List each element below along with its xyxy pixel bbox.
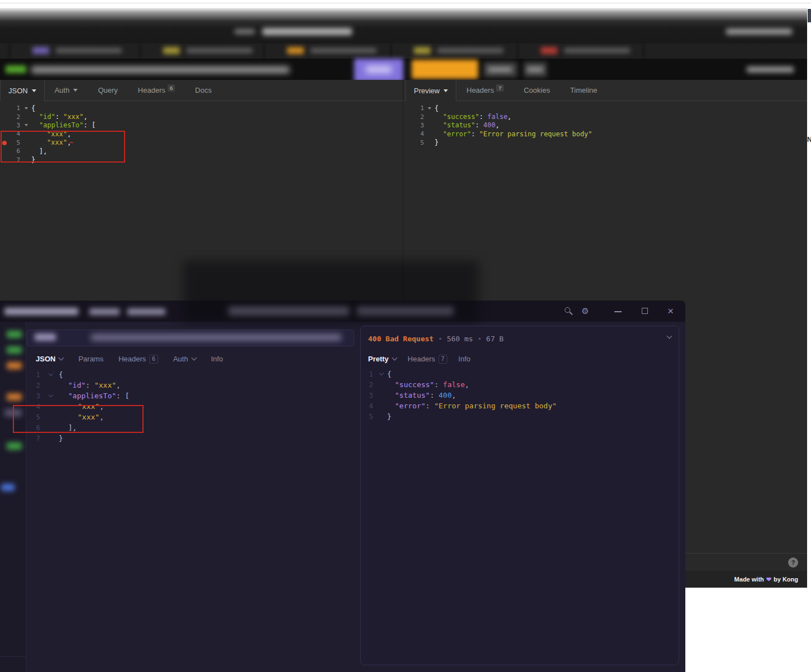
line-number: 5 (403, 139, 426, 146)
front-annotation-rectangle (13, 405, 144, 433)
tab-headers[interactable]: Headers7 (408, 355, 447, 364)
line-number: 2 (360, 380, 375, 389)
token-s: "xxx" (94, 381, 116, 389)
token-p: , (495, 121, 499, 129)
redacted-sidebar-method (1, 484, 15, 491)
tab-timeline[interactable]: Timeline (560, 80, 608, 101)
minimize-button[interactable] (614, 311, 622, 312)
redacted-overlay (183, 261, 479, 323)
redacted-orange-button[interactable] (412, 60, 478, 79)
code-line-1: 1{ (0, 104, 391, 112)
status-badge: 400 Bad Request (368, 335, 433, 343)
redacted-method-badge (541, 47, 557, 54)
fold-arrow-icon[interactable] (42, 395, 59, 397)
page-edge-tick (808, 9, 811, 22)
request-tab-bar: JSONAuthQueryHeaders6Docs (0, 80, 403, 101)
redacted-front-title-2 (89, 308, 120, 315)
tab-info[interactable]: Info (211, 355, 223, 363)
token-p: : (55, 113, 63, 121)
token-k: "success" (443, 113, 479, 121)
line-number: 1 (0, 104, 22, 112)
fold-arrow-icon[interactable] (42, 374, 59, 375)
code-line-4: 4"error": "Error parsing request body" (360, 401, 673, 411)
chevron-down-icon (443, 89, 448, 92)
tab-label: Auth (55, 86, 70, 94)
fold-arrow-icon[interactable] (22, 124, 30, 126)
code-line-7: 7} (28, 433, 352, 444)
token-p: : (85, 381, 94, 389)
code-line-2: 2"id": "xxx", (28, 380, 352, 390)
chevron-down-icon (392, 355, 397, 361)
tab-params[interactable]: Params (78, 355, 103, 363)
code-text: { (435, 104, 438, 112)
page-edge-letter: N (807, 136, 811, 144)
redacted-timestamp (747, 66, 794, 73)
fold-arrow-icon[interactable] (426, 107, 433, 109)
tab-info[interactable]: Info (459, 355, 471, 363)
tab-label: Cookies (524, 86, 550, 94)
tab-auth[interactable]: Auth (173, 355, 196, 363)
tab-label: Headers (408, 355, 435, 363)
tab-query[interactable]: Query (88, 80, 127, 101)
tab-pretty[interactable]: Pretty (368, 355, 397, 363)
token-p: { (31, 104, 35, 112)
tab-label: Info (211, 355, 223, 363)
response-tab-bar: PreviewHeaders7CookiesTimeline (403, 80, 807, 101)
token-p: : (475, 121, 483, 129)
chevron-down-icon (191, 355, 197, 361)
fold-arrow-icon[interactable] (22, 107, 30, 109)
token-p: : (479, 113, 487, 121)
tab-count-badge: 6 (149, 355, 158, 364)
help-button[interactable]: ? (788, 557, 798, 568)
tab-auth[interactable]: Auth (45, 80, 88, 101)
redacted-method-badge (163, 47, 180, 54)
chevron-down-icon (59, 355, 64, 361)
close-button[interactable]: × (667, 305, 674, 317)
tab-headers[interactable]: Headers6 (128, 80, 185, 101)
tab-docs[interactable]: Docs (185, 80, 222, 101)
code-line-5: 5} (360, 411, 673, 422)
token-k: "success" (395, 380, 434, 389)
gear-icon[interactable]: ⚙ (581, 306, 589, 316)
code-line-3: 3"status": 400, (360, 390, 673, 401)
maximize-button[interactable] (642, 308, 648, 314)
code-line-1: 1{ (403, 104, 794, 112)
code-text: "id": "xxx", (31, 113, 88, 121)
tab-headers[interactable]: Headers6 (118, 355, 158, 364)
response-body-viewer[interactable]: 1{2"success": false,3"status": 400,4"err… (403, 104, 794, 147)
token-p: [ (92, 121, 96, 129)
redacted-small-button-label (488, 67, 512, 72)
token-p: , (83, 113, 87, 121)
front-response-tab-bar: PrettyHeaders7Info (368, 351, 470, 367)
tab-cookies[interactable]: Cookies (514, 80, 560, 101)
sidebar-divider (0, 656, 26, 657)
code-text: } (59, 434, 63, 442)
token-p: : (83, 121, 91, 129)
response-size: 67 B (486, 335, 503, 343)
redacted-tab-label (187, 48, 252, 53)
tab-label: Docs (195, 86, 212, 94)
token-k: "status" (395, 391, 430, 399)
tab-json[interactable]: JSON (36, 355, 63, 363)
code-line-4: 4"error": "Error parsing request body" (403, 130, 794, 138)
tab-label: Info (459, 355, 471, 363)
token-b: false (487, 113, 507, 121)
fold-arrow-icon[interactable] (375, 373, 387, 375)
code-text: { (59, 370, 63, 379)
tab-headers[interactable]: Headers7 (456, 80, 513, 101)
token-p: , (465, 380, 469, 389)
redacted-method-badge (32, 47, 49, 54)
token-k: "id" (68, 381, 85, 389)
code-text: { (31, 104, 35, 112)
code-text: "error": "Error parsing request body" (387, 402, 557, 410)
token-s: "Error parsing request body" (479, 130, 592, 138)
redacted-url-text (31, 66, 289, 73)
tab-preview[interactable]: Preview (406, 80, 456, 101)
redacted-method-badge-url (6, 65, 26, 73)
code-text: "appliesTo": [ (59, 392, 130, 400)
token-p: , (452, 391, 456, 399)
redacted-method-label (35, 333, 56, 341)
code-text: "success": false, (387, 380, 469, 389)
tab-json[interactable]: JSON (0, 80, 45, 101)
front-response-body-viewer[interactable]: 1{2"success": false,3"status": 400,4"err… (360, 369, 673, 422)
